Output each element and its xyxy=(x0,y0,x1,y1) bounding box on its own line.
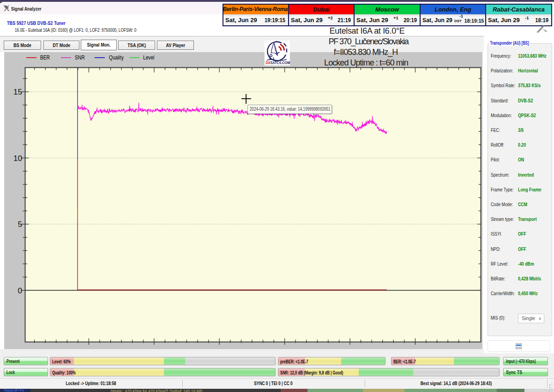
svg-text:15: 15 xyxy=(13,88,22,96)
svg-text:DX: DX xyxy=(266,61,271,65)
svg-text:SATCS.COM: SATCS.COM xyxy=(271,61,290,65)
svg-text:0: 0 xyxy=(18,286,22,295)
svg-text:5: 5 xyxy=(18,220,22,229)
svg-text:10: 10 xyxy=(13,154,22,163)
